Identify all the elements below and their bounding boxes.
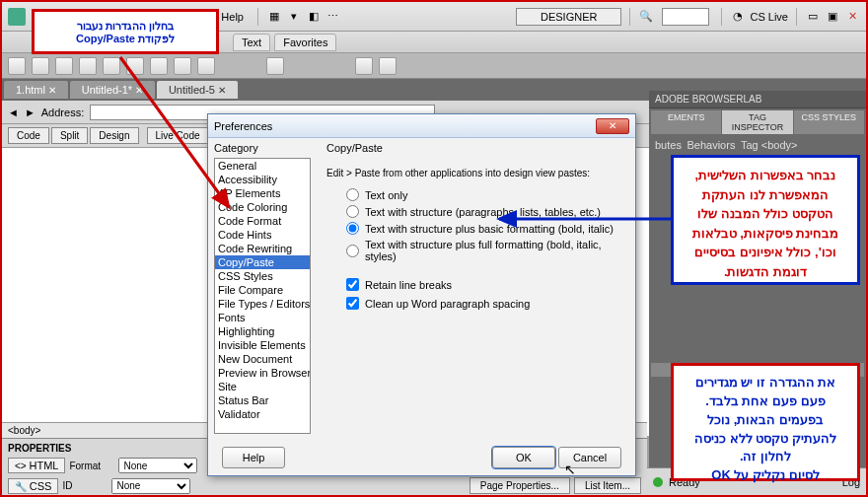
checkbox-input[interactable] — [346, 297, 359, 310]
category-item[interactable]: Code Rewriting — [215, 242, 310, 255]
tab-taginspector[interactable]: TAG INSPECTOR — [722, 110, 792, 134]
radio-input[interactable] — [346, 188, 359, 201]
layout-icon[interactable]: ▦ — [266, 9, 282, 25]
tab-elements[interactable]: EMENTS — [651, 110, 721, 134]
ok-button[interactable]: OK — [492, 447, 555, 468]
callout-top: בחלון ההגדרות נעבור לפקודת Copy/Paste — [32, 9, 219, 54]
category-item[interactable]: Status Bar — [215, 393, 310, 407]
category-item[interactable]: Accessibility — [215, 173, 310, 186]
tool-icon[interactable] — [79, 57, 97, 75]
tool-icon[interactable] — [55, 57, 73, 75]
paste-option[interactable]: Text with structure plus basic formattin… — [326, 220, 625, 237]
category-item[interactable]: Copy/Paste — [215, 255, 310, 269]
category-item[interactable]: Code Hints — [215, 228, 310, 242]
doc-tab[interactable]: Untitled-1* ✕ — [70, 81, 155, 99]
mode-split[interactable]: Split — [51, 127, 88, 144]
tab-cssstyles[interactable]: CSS STYLES — [794, 110, 864, 134]
view-icon[interactable]: ◧ — [306, 9, 322, 25]
category-item[interactable]: General — [215, 159, 310, 173]
separator — [257, 8, 258, 26]
status-dot-icon — [653, 477, 663, 487]
panel-inspector-tabs: EMENTS TAG INSPECTOR CSS STYLES — [649, 108, 866, 136]
callout-right-bottom: את ההגדרה זו יש מגדירים פעם פעם אחת בלבד… — [671, 363, 860, 481]
format-select[interactable]: None — [118, 458, 197, 473]
tab-favorites[interactable]: Favorites — [274, 34, 336, 51]
category-item[interactable]: AP Elements — [215, 186, 310, 200]
tool-icon[interactable] — [8, 57, 26, 75]
category-item[interactable]: Site — [215, 380, 310, 393]
tool-icon[interactable] — [197, 57, 215, 75]
checkbox-label: Retain line breaks — [365, 279, 452, 291]
paste-option[interactable]: Text with structure (paragraphs, lists, … — [326, 203, 625, 220]
tab-text[interactable]: Text — [233, 34, 270, 51]
option-label: Text with structure plus basic formattin… — [365, 223, 614, 235]
search-input[interactable] — [662, 8, 709, 26]
dropdown-icon[interactable]: ▾ — [286, 9, 302, 25]
option-label: Text only — [365, 189, 407, 201]
radio-input[interactable] — [346, 205, 359, 218]
close-icon[interactable]: ✕ — [596, 118, 629, 134]
paste-option[interactable]: Text with structure plus full formatting… — [326, 237, 625, 264]
page-properties-button[interactable]: Page Properties... — [470, 477, 570, 494]
paste-option[interactable]: Text only — [326, 186, 625, 203]
cancel-button[interactable]: Cancel — [558, 447, 621, 468]
dialog-titlebar[interactable]: Preferences ✕ — [208, 114, 635, 138]
help-button[interactable]: Help — [222, 447, 285, 468]
tool-icon[interactable] — [126, 57, 144, 75]
category-item[interactable]: Validator — [215, 407, 310, 421]
dialog-title: Preferences — [214, 120, 272, 132]
list-item-button[interactable]: List Item... — [574, 477, 641, 494]
separator — [796, 8, 797, 26]
nav-fwd-icon[interactable]: ► — [25, 106, 36, 118]
checkbox-input[interactable] — [346, 278, 359, 291]
category-item[interactable]: Code Coloring — [215, 200, 310, 214]
separator — [629, 8, 630, 26]
id-select[interactable]: None — [111, 478, 190, 494]
category-item[interactable]: Highlighting — [215, 324, 310, 338]
category-item[interactable]: Preview in Browser — [215, 366, 310, 380]
panel-heading: Copy/Paste — [326, 142, 625, 154]
category-item[interactable]: Code Format — [215, 214, 310, 228]
tool-icon[interactable] — [150, 57, 168, 75]
mode-livecode[interactable]: Live Code — [147, 127, 209, 144]
maximize-icon[interactable]: ▣ — [825, 9, 840, 25]
tool-icon[interactable] — [379, 57, 397, 75]
category-item[interactable]: File Compare — [215, 283, 310, 297]
close-icon[interactable]: ✕ — [844, 9, 860, 25]
props-css-mode[interactable]: 🔧 CSS — [8, 478, 58, 494]
doc-tab[interactable]: 1.html ✕ — [4, 81, 68, 99]
options-icon[interactable]: ⋯ — [326, 9, 341, 25]
tool-icon[interactable] — [32, 57, 49, 75]
option-label: Text with structure (paragraphs, lists, … — [365, 206, 601, 218]
category-list[interactable]: GeneralAccessibilityAP ElementsCode Colo… — [214, 158, 311, 434]
search-icon: 🔍 — [638, 9, 654, 25]
app-logo-icon — [8, 8, 26, 26]
tool-icon[interactable] — [103, 57, 120, 75]
category-item[interactable]: File Types / Editors — [215, 297, 310, 311]
cslive-icon[interactable]: ◔ — [730, 9, 746, 25]
workspace-switcher[interactable]: DESIGNER — [516, 8, 621, 26]
paste-checkbox[interactable]: Clean up Word paragraph spacing — [326, 293, 625, 312]
separator — [721, 8, 722, 26]
tool-icon[interactable] — [266, 57, 284, 75]
radio-input[interactable] — [346, 222, 359, 235]
tool-icon[interactable] — [174, 57, 191, 75]
mode-design[interactable]: Design — [90, 127, 138, 144]
category-item[interactable]: Fonts — [215, 311, 310, 324]
radio-input[interactable] — [346, 245, 359, 257]
panel-browserlab[interactable]: ADOBE BROWSERLAB — [649, 91, 866, 108]
props-html-mode[interactable]: <> HTML — [8, 458, 65, 473]
preferences-dialog: Preferences ✕ Category GeneralAccessibil… — [207, 113, 636, 476]
category-item[interactable]: CSS Styles — [215, 269, 310, 283]
option-label: Text with structure plus full formatting… — [365, 239, 625, 262]
menu-help[interactable]: Help — [215, 9, 250, 25]
cslive-label[interactable]: CS Live — [750, 11, 788, 23]
category-item[interactable]: Invisible Elements — [215, 338, 310, 352]
doc-tab-active[interactable]: Untitled-5 ✕ — [157, 81, 238, 99]
minimize-icon[interactable]: ▭ — [805, 9, 821, 25]
mode-code[interactable]: Code — [8, 127, 49, 144]
tool-icon[interactable] — [355, 57, 373, 75]
category-item[interactable]: New Document — [215, 352, 310, 366]
nav-back-icon[interactable]: ◄ — [8, 106, 19, 118]
paste-checkbox[interactable]: Retain line breaks — [326, 274, 625, 293]
